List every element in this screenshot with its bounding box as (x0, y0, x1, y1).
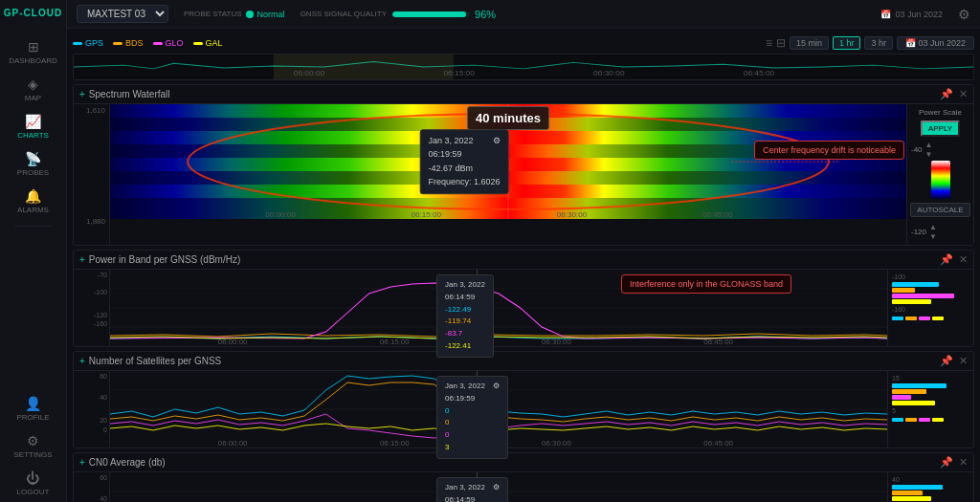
power-in-band-body: -70 -100 -120 -160 (74, 270, 973, 346)
time-15min-button[interactable]: 15 min (790, 36, 829, 50)
grid-view-icon[interactable]: ≡ (766, 36, 772, 50)
sidebar-item-map[interactable]: ◈ MAP (0, 71, 66, 108)
power-pin-button[interactable]: 📌 (940, 253, 953, 266)
satellites-body: 60 40 20 0 (74, 371, 973, 447)
sidebar-item-charts[interactable]: 📈 CHARTS (0, 108, 66, 145)
timeline-bar[interactable]: 06:00:00 06:15:00 06:30:00 06:45:00 (73, 54, 974, 80)
satellites-header: + Number of Satellites per GNSS 📌 ✕ (74, 352, 973, 371)
sat-hist-gal-leg (932, 418, 944, 422)
alarms-icon: 🔔 (25, 188, 41, 204)
power-tooltip-date: Jan 3, 2022 (445, 279, 485, 292)
content-area: GPS BDS GLO GAL ≡ ⊟ 15 min (67, 29, 980, 502)
power-y-label-160: -160 (94, 320, 107, 327)
power-val-bds: -119.74 (445, 316, 485, 328)
tooltip-date: Jan 3, 2022 ⚙ (428, 134, 500, 147)
power-tooltip: Jan 3, 2022 06:14:59 -122.49 -119.74 -83… (436, 274, 494, 358)
tooltip-time: 06:19:59 (428, 148, 500, 162)
satellites-pin-button[interactable]: 📌 (940, 355, 953, 367)
sidebar-item-alarms[interactable]: 🔔 ALARMS (0, 183, 66, 220)
plus-icon-3: + (79, 356, 85, 366)
power-val-glo: -83.7 (445, 328, 485, 340)
satellites-chart-main[interactable]: 06:00:00 06:15:00 06:30:00 06:45:00 Jan … (110, 371, 887, 447)
power-val-gal: -122.41 (445, 340, 485, 353)
satellites-tooltip: Jan 3, 2022 ⚙ 06:19:59 0 0 0 3 (436, 376, 508, 459)
legend-glo: GLO (153, 38, 184, 48)
hist-gal-legend (932, 316, 944, 320)
legend-bds: BDS (113, 38, 144, 48)
sat-tooltip-gear[interactable]: ⚙ (493, 381, 500, 393)
sidebar-item-profile[interactable]: 👤 PROFILE (13, 390, 52, 427)
scale-spinner-max[interactable]: ▲ ▼ (925, 141, 933, 159)
time-controls: ≡ ⊟ 15 min 1 hr 3 hr 📅 03 Jun 2022 (766, 36, 974, 50)
sidebar-item-dashboard[interactable]: ⊞ DASHBOARD (0, 33, 66, 71)
sidebar-item-settings[interactable]: ⚙ SETTINGS (13, 427, 52, 465)
quality-bar-background (392, 11, 469, 17)
power-histogram: -100 -160 (887, 270, 973, 346)
annotation-drift: Center frequency drift is noticeable (754, 141, 904, 160)
calendar-icon-small: 📅 (905, 38, 916, 48)
logout-icon: ⏻ (26, 470, 39, 486)
autoscale-button[interactable]: AUTOSCALE (910, 203, 969, 217)
sat-hist-bds (892, 389, 926, 394)
quality-bar-fill (392, 11, 466, 17)
cno-hist-top: 40 (892, 476, 969, 483)
waterfall-pin-button[interactable]: 📌 (940, 88, 953, 100)
glo-legend-dot (153, 42, 163, 45)
probe-status-section: PROBE STATUS Normal (184, 10, 285, 19)
hist-gps-legend (892, 316, 903, 320)
list-view-icon[interactable]: ⊟ (776, 36, 786, 50)
power-chart-main[interactable]: 06:00:00 06:15:00 06:30:00 06:45:00 Inte… (110, 270, 887, 346)
legend-bar: GPS BDS GLO GAL ≡ ⊟ 15 min (73, 33, 974, 54)
sat-hist-bds-leg (905, 418, 917, 422)
satellites-close-button[interactable]: ✕ (959, 355, 968, 367)
hist-glo-legend (919, 316, 930, 320)
waterfall-body: 1,610 1,880 (74, 104, 973, 245)
cno-pin-button[interactable]: 📌 (940, 456, 953, 469)
cno-chart-main[interactable]: 06:00:00 06:15:00 06:30:00 06:45:00 Jan … (110, 472, 887, 502)
y-max-label: 1,610 (86, 106, 105, 115)
probe-select[interactable]: MAXTEST 03 (77, 5, 168, 23)
sat-hist-glo-leg (919, 418, 930, 422)
sat-hist-top: 15 (892, 375, 969, 382)
waterfall-main-area[interactable]: 06:00:00 06:15:00 06:30:00 06:45:00 40 m… (110, 104, 906, 219)
svg-text:06:45:00: 06:45:00 (702, 210, 733, 219)
scale-max-value: -40 (911, 145, 923, 154)
settings-gear-button[interactable]: ⚙ (958, 7, 970, 22)
waterfall-header: + Spectrum Waterfall 📌 ✕ (74, 85, 973, 104)
status-indicator (246, 11, 254, 18)
y-min-label: 1,880 (86, 217, 105, 226)
tooltip-gear[interactable]: ⚙ (493, 134, 501, 147)
cno-tooltip-date: Jan 3, 2022 ⚙ (445, 482, 500, 494)
hist-bar-bds (892, 288, 915, 293)
sat-hist-gps-leg (892, 418, 903, 422)
time-3hr-button[interactable]: 3 hr (864, 36, 893, 50)
sidebar-item-logout[interactable]: ⏻ LOGOUT (13, 465, 52, 502)
hist-bds-legend (905, 316, 917, 320)
power-close-button[interactable]: ✕ (959, 253, 968, 266)
gps-label: GPS (85, 38, 103, 48)
svg-text:06:00:00: 06:00:00 (218, 439, 248, 447)
charts-icon: 📈 (25, 114, 41, 129)
time-1hr-button[interactable]: 1 hr (833, 36, 861, 50)
apply-scale-button[interactable]: APPLY (921, 120, 960, 137)
glo-label: GLO (166, 38, 184, 48)
power-val-gps: -122.49 (445, 304, 485, 316)
cno-title: CN0 Average (db) (89, 457, 934, 468)
cno-body: 60 40 20 (74, 472, 973, 502)
svg-text:06:30:00: 06:30:00 (542, 338, 571, 345)
satellites-histogram: 15 5 (887, 371, 973, 447)
cno-y-60: 60 (100, 474, 107, 481)
sat-val-bds: 0 (445, 417, 500, 429)
waterfall-expand-button[interactable]: ✕ (959, 88, 968, 100)
cno-tooltip-gear[interactable]: ⚙ (493, 482, 500, 494)
scale-spinner-min[interactable]: ▲ ▼ (929, 223, 937, 241)
sat-val-glo: 0 (445, 429, 500, 442)
gal-legend-dot (193, 42, 203, 45)
cno-close-button[interactable]: ✕ (959, 456, 968, 469)
power-in-band-panel: + Power in Band per GNSS (dBm/Hz) 📌 ✕ -7… (73, 250, 974, 347)
sidebar-item-probes[interactable]: 📡 PROBES (0, 145, 66, 183)
sat-tooltip-date: Jan 3, 2022 ⚙ (445, 381, 500, 393)
svg-text:06:45:00: 06:45:00 (703, 338, 733, 345)
charts-scroll-area[interactable]: GPS BDS GLO GAL ≡ ⊟ 15 min (67, 29, 980, 502)
date-picker-button[interactable]: 📅 03 Jun 2022 (897, 36, 974, 50)
